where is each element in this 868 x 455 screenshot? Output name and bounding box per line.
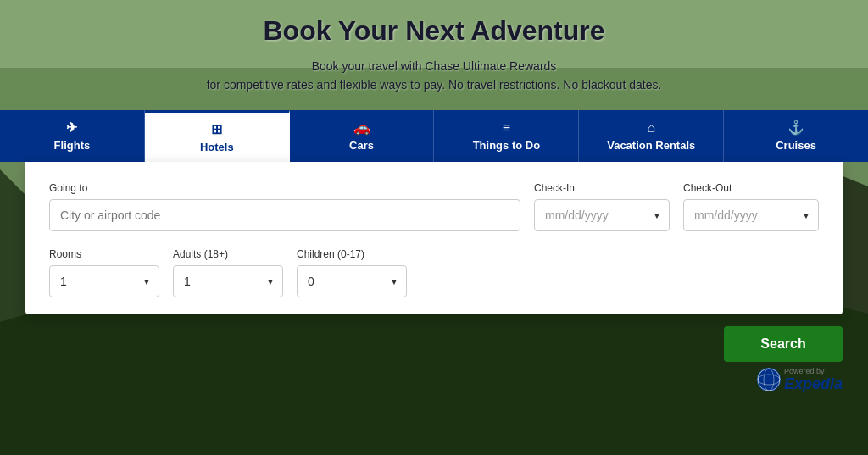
children-select-wrapper: 0 1 2 3 bbox=[297, 265, 407, 297]
tab-cars-label: Cars bbox=[349, 139, 374, 152]
going-to-input[interactable] bbox=[49, 199, 520, 231]
expedia-badge: Powered by Expedia bbox=[757, 367, 843, 393]
tab-hotels[interactable]: ⊞ Hotels bbox=[145, 110, 290, 162]
rentals-icon: ⌂ bbox=[647, 120, 655, 136]
checkout-group: Check-Out mm/dd/yyyy bbox=[683, 182, 819, 231]
rooms-select[interactable]: 1 2 3 4 bbox=[49, 265, 159, 297]
expedia-logo-text: Expedia bbox=[784, 375, 843, 393]
search-button[interactable]: Search bbox=[724, 326, 843, 362]
form-row-1: Going to Check-In mm/dd/yyyy Check-Out m… bbox=[49, 182, 819, 231]
tab-vacation-rentals[interactable]: ⌂ Vacation Rentals bbox=[579, 110, 724, 162]
tab-flights[interactable]: ✈ Flights bbox=[0, 110, 145, 162]
tab-rentals-label: Vacation Rentals bbox=[607, 139, 695, 152]
checkin-group: Check-In mm/dd/yyyy bbox=[534, 182, 670, 231]
adults-group: Adults (18+) 1 2 3 4 bbox=[173, 248, 283, 297]
checkout-label: Check-Out bbox=[683, 182, 819, 194]
adults-label: Adults (18+) bbox=[173, 248, 283, 260]
tab-things-to-do[interactable]: ≡ Things to Do bbox=[434, 110, 579, 162]
hero-subtitle: Book your travel with Chase Ultimate Rew… bbox=[0, 57, 868, 95]
checkin-label: Check-In bbox=[534, 182, 670, 194]
expedia-globe-icon bbox=[757, 368, 781, 391]
rooms-select-wrapper: 1 2 3 4 bbox=[49, 265, 159, 297]
bottom-row: Search Powered by Expedia bbox=[25, 314, 843, 400]
tab-cruises-label: Cruises bbox=[776, 139, 816, 152]
checkin-select[interactable]: mm/dd/yyyy bbox=[534, 199, 670, 231]
tab-flights-label: Flights bbox=[54, 139, 91, 152]
tab-cruises[interactable]: ⚓ Cruises bbox=[724, 110, 868, 162]
adults-select-wrapper: 1 2 3 4 bbox=[173, 265, 283, 297]
checkout-select-wrapper: mm/dd/yyyy bbox=[683, 199, 819, 231]
subtitle-line1: Book your travel with Chase Ultimate Rew… bbox=[312, 59, 557, 73]
powered-by-text: Powered by bbox=[784, 367, 825, 375]
going-to-group: Going to bbox=[49, 182, 520, 231]
flights-icon: ✈ bbox=[66, 119, 77, 136]
children-select[interactable]: 0 1 2 3 bbox=[297, 265, 407, 297]
tab-hotels-label: Hotels bbox=[200, 141, 234, 153]
expedia-powered-by: Powered by Expedia bbox=[784, 367, 843, 393]
adults-select[interactable]: 1 2 3 4 bbox=[173, 265, 283, 297]
tab-navigation: ✈ Flights ⊞ Hotels 🚗 Cars ≡ Things to Do… bbox=[0, 110, 868, 162]
search-panel: Going to Check-In mm/dd/yyyy Check-Out m… bbox=[25, 162, 843, 314]
cruises-icon: ⚓ bbox=[787, 119, 804, 136]
checkout-select[interactable]: mm/dd/yyyy bbox=[683, 199, 819, 231]
children-group: Children (0-17) 0 1 2 3 bbox=[297, 248, 407, 297]
cars-icon: 🚗 bbox=[353, 119, 370, 136]
subtitle-line2: for competitive rates and flexible ways … bbox=[207, 78, 662, 92]
rooms-label: Rooms bbox=[49, 248, 159, 260]
form-row-2: Rooms 1 2 3 4 Adults (18+) 1 2 3 4 bbox=[49, 248, 819, 297]
tab-things-label: Things to Do bbox=[473, 139, 540, 152]
things-icon: ≡ bbox=[503, 120, 510, 136]
checkin-select-wrapper: mm/dd/yyyy bbox=[534, 199, 670, 231]
hero-content: Book Your Next Adventure Book your trave… bbox=[0, 0, 868, 95]
going-to-label: Going to bbox=[49, 182, 520, 194]
hero-title: Book Your Next Adventure bbox=[0, 15, 868, 47]
tab-cars[interactable]: 🚗 Cars bbox=[290, 110, 435, 162]
children-label: Children (0-17) bbox=[297, 248, 407, 260]
rooms-group: Rooms 1 2 3 4 bbox=[49, 248, 159, 297]
hotels-icon: ⊞ bbox=[211, 121, 222, 137]
